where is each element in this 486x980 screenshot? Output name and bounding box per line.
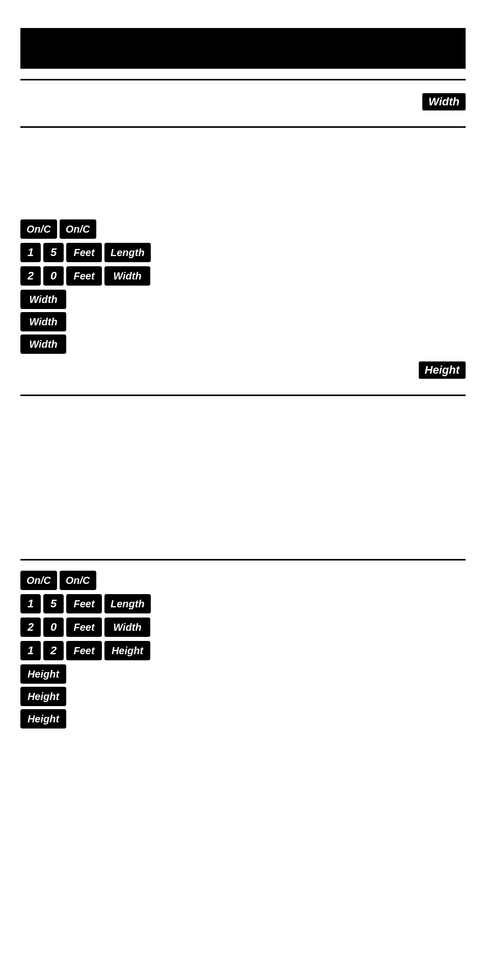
onc-button-1[interactable]: On/C (20, 219, 57, 239)
length-btn-2[interactable]: Length (104, 594, 151, 613)
height-label-badge: Height (419, 361, 466, 379)
top-bar (20, 28, 466, 69)
divider-2 (20, 126, 466, 128)
length-row-2: 1 5 Feet Length (20, 594, 466, 613)
standalone-width-row-2: Width (20, 312, 466, 331)
content-area-1 (20, 138, 466, 219)
height-label-section: Height (20, 359, 466, 384)
button-section-1: On/C On/C 1 5 Feet Length 2 0 Feet Width… (20, 219, 466, 354)
height-btn-1[interactable]: Height (104, 641, 150, 660)
button-section-2: On/C On/C 1 5 Feet Length 2 0 Feet Width… (20, 571, 466, 729)
standalone-width-2[interactable]: Width (20, 312, 66, 331)
standalone-width-row-1: Width (20, 290, 466, 309)
onc-row-1: On/C On/C (20, 219, 466, 239)
onc-button-3[interactable]: On/C (20, 571, 57, 590)
width-row-1: 2 0 Feet Width (20, 266, 466, 286)
standalone-width-1[interactable]: Width (20, 290, 66, 309)
feet-btn-3[interactable]: Feet (66, 594, 102, 613)
num-1-btn-3[interactable]: 1 (20, 641, 41, 660)
num-1-btn-2[interactable]: 1 (20, 594, 41, 613)
page-container: Width On/C On/C 1 5 Feet Length 2 0 Feet… (0, 28, 486, 729)
num-5-btn[interactable]: 5 (43, 243, 64, 262)
divider-4 (20, 559, 466, 561)
standalone-height-1[interactable]: Height (20, 664, 66, 684)
num-0-btn-2[interactable]: 0 (43, 618, 64, 637)
onc-row-2: On/C On/C (20, 571, 466, 590)
num-2-btn-3[interactable]: 2 (43, 641, 64, 660)
standalone-height-row-1: Height (20, 664, 466, 684)
num-0-btn[interactable]: 0 (43, 266, 64, 286)
standalone-width-3[interactable]: Width (20, 334, 66, 354)
standalone-width-row-3: Width (20, 334, 466, 354)
num-2-btn[interactable]: 2 (20, 266, 41, 286)
divider-3 (20, 395, 466, 396)
standalone-height-3[interactable]: Height (20, 709, 66, 729)
feet-btn-1[interactable]: Feet (66, 243, 102, 262)
length-btn-1[interactable]: Length (104, 243, 151, 262)
num-1-btn[interactable]: 1 (20, 243, 41, 262)
width-btn-1[interactable]: Width (104, 266, 150, 286)
length-row-1: 1 5 Feet Length (20, 243, 466, 262)
num-5-btn-2[interactable]: 5 (43, 594, 64, 613)
width-btn-2[interactable]: Width (104, 618, 150, 637)
content-area-2 (20, 406, 466, 549)
feet-btn-5[interactable]: Feet (66, 641, 102, 660)
standalone-height-row-3: Height (20, 709, 466, 729)
divider-1 (20, 79, 466, 80)
onc-button-2[interactable]: On/C (60, 219, 96, 239)
width-label-section: Width (20, 91, 466, 116)
feet-btn-2[interactable]: Feet (66, 266, 102, 286)
standalone-height-2[interactable]: Height (20, 687, 66, 706)
height-row-2: 1 2 Feet Height (20, 641, 466, 660)
width-row-2: 2 0 Feet Width (20, 618, 466, 637)
onc-button-4[interactable]: On/C (60, 571, 96, 590)
num-2-btn-2[interactable]: 2 (20, 618, 41, 637)
width-label-badge: Width (422, 93, 466, 110)
standalone-height-row-2: Height (20, 687, 466, 706)
feet-btn-4[interactable]: Feet (66, 618, 102, 637)
